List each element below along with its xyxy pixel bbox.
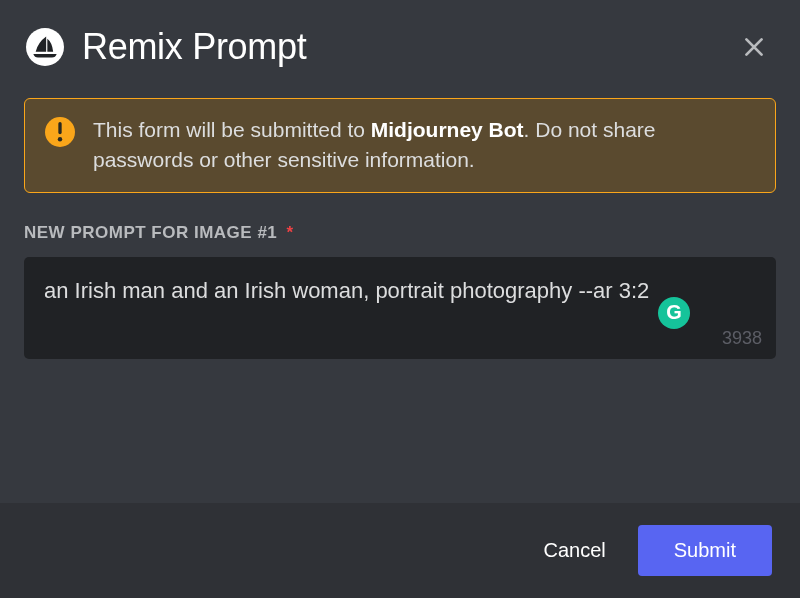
grammarly-badge-icon[interactable]: G xyxy=(658,297,690,329)
grammarly-glyph: G xyxy=(666,301,682,324)
svg-point-1 xyxy=(58,137,62,141)
character-counter: 3938 xyxy=(722,328,762,349)
warning-icon xyxy=(45,117,75,147)
warning-banner: This form will be submitted to Midjourne… xyxy=(24,98,776,193)
close-button[interactable] xyxy=(736,29,772,65)
sailboat-icon xyxy=(31,33,59,61)
exclamation-icon xyxy=(56,122,64,142)
modal-title: Remix Prompt xyxy=(82,26,736,68)
midjourney-app-icon xyxy=(26,28,64,66)
svg-rect-0 xyxy=(58,122,61,134)
prompt-input-container: G 3938 xyxy=(24,257,776,359)
modal-body: This form will be submitted to Midjourne… xyxy=(0,88,800,503)
required-asterisk: * xyxy=(287,223,294,242)
modal-header: Remix Prompt xyxy=(0,0,800,88)
submit-button[interactable]: Submit xyxy=(638,525,772,576)
warning-bot-name: Midjourney Bot xyxy=(371,118,524,141)
field-label: NEW PROMPT FOR IMAGE #1 * xyxy=(24,223,776,243)
modal-footer: Cancel Submit xyxy=(0,503,800,598)
warning-prefix: This form will be submitted to xyxy=(93,118,371,141)
cancel-button[interactable]: Cancel xyxy=(519,527,629,574)
warning-text: This form will be submitted to Midjourne… xyxy=(93,115,755,176)
close-icon xyxy=(741,34,767,60)
field-label-text: NEW PROMPT FOR IMAGE #1 xyxy=(24,223,277,242)
prompt-textarea[interactable] xyxy=(44,275,756,341)
remix-prompt-modal: Remix Prompt This form will be submitted… xyxy=(0,0,800,598)
